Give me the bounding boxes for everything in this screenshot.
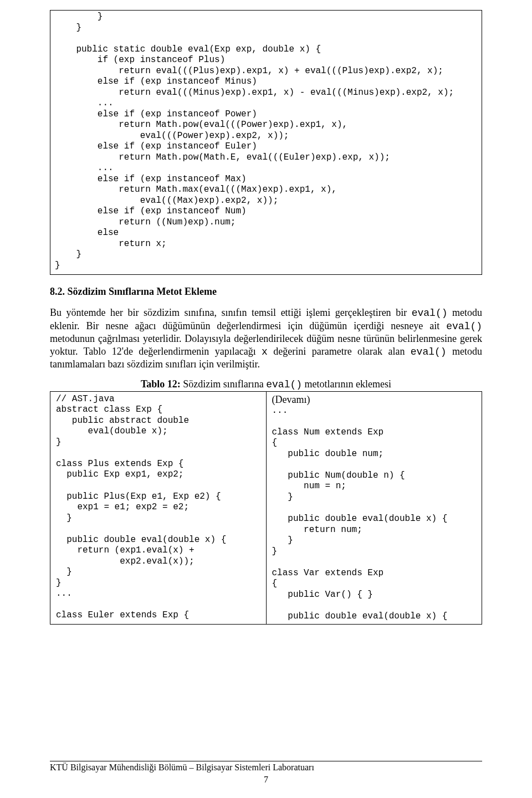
table-caption-label: Tablo 12: (141, 378, 181, 390)
section-number: 8.2. (50, 286, 65, 297)
page-number: 7 (0, 775, 532, 785)
table-caption-pre: Sözdizim sınıflarına (181, 378, 266, 390)
section-title: Sözdizim Sınıflarına Metot Ekleme (68, 286, 217, 297)
body-paragraph: Bu yöntemde her bir sözdizim sınıfına, s… (50, 306, 482, 371)
table-cell-left: // AST.java abstract class Exp { public … (50, 391, 267, 624)
table-cell-right: (Devamı) ... class Num extends Exp { pub… (266, 391, 482, 624)
code-block-eval: } } public static double eval(Exp exp, d… (50, 10, 482, 275)
table-caption: Tablo 12: Sözdizim sınıflarına eval() me… (50, 378, 482, 390)
table-left-code: // AST.java abstract class Exp { public … (56, 394, 260, 621)
paragraph-text: Bu yöntemde her bir sözdizim sınıfına, s… (50, 307, 412, 318)
paragraph-text: değerini parametre olarak alan (268, 346, 411, 357)
code-table: // AST.java abstract class Exp { public … (50, 391, 482, 625)
table-right-header: (Devamı) (272, 394, 477, 406)
code-inline-eval: eval() (411, 346, 447, 357)
section-heading: 8.2. Sözdizim Sınıflarına Metot Ekleme (50, 286, 482, 298)
code-inline-eval: eval() (412, 308, 448, 319)
code-inline-x: x (262, 346, 268, 357)
table-caption-post: metotlarının eklemesi (302, 378, 391, 390)
table-right-code: ... class Num extends Exp { public doubl… (272, 406, 477, 622)
page: } } public static double eval(Exp exp, d… (0, 0, 532, 798)
code-inline-eval: eval() (446, 321, 482, 332)
table-caption-mono: eval() (266, 379, 302, 390)
page-footer: KTÜ Bilgisayar Mühendisliği Bölümü – Bil… (50, 761, 482, 773)
